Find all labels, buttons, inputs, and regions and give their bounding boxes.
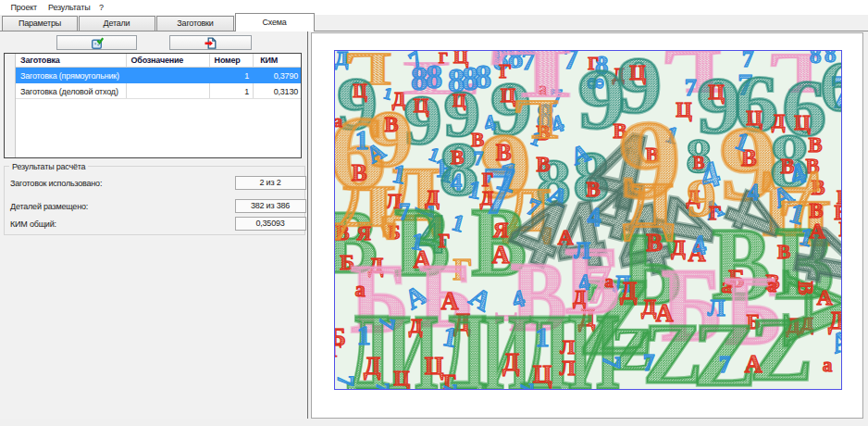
svg-text:1: 1 bbox=[449, 208, 467, 237]
svg-text:В: В bbox=[587, 178, 601, 201]
svg-text:7: 7 bbox=[373, 382, 392, 390]
svg-text:4: 4 bbox=[748, 180, 759, 205]
svg-text:Л: Л bbox=[560, 357, 576, 380]
svg-text:7: 7 bbox=[643, 349, 655, 376]
svg-text:В: В bbox=[794, 282, 817, 295]
svg-text:Д: Д bbox=[335, 50, 349, 69]
svg-text:В: В bbox=[777, 241, 790, 263]
svg-text:А: А bbox=[744, 350, 763, 378]
svg-text:В: В bbox=[809, 133, 823, 157]
svg-text:Ц: Ц bbox=[425, 352, 444, 380]
svg-text:7: 7 bbox=[399, 199, 410, 224]
svg-text:а: а bbox=[767, 275, 776, 295]
svg-text:Ц: Ц bbox=[393, 367, 410, 390]
svg-text:Д: Д bbox=[620, 277, 637, 305]
svg-text:7: 7 bbox=[440, 383, 460, 390]
svg-text:Д: Д bbox=[641, 294, 657, 319]
svg-text:7: 7 bbox=[598, 356, 626, 368]
svg-text:А: А bbox=[809, 219, 825, 243]
svg-text:Г: Г bbox=[513, 88, 559, 149]
svg-text:Ц: Ц bbox=[453, 50, 469, 68]
svg-text:Г: Г bbox=[334, 340, 341, 360]
svg-text:Д: Д bbox=[828, 307, 842, 334]
svg-text:В: В bbox=[385, 113, 399, 136]
svg-text:7: 7 bbox=[685, 74, 697, 101]
svg-text:6: 6 bbox=[820, 50, 842, 125]
svg-text:Ц: Ц bbox=[414, 94, 429, 117]
svg-text:В: В bbox=[471, 129, 484, 151]
svg-text:Г: Г bbox=[499, 60, 511, 82]
svg-text:а: а bbox=[823, 354, 833, 376]
svg-text:Д: Д bbox=[409, 315, 423, 337]
svg-text:7: 7 bbox=[334, 375, 358, 386]
svg-text:Л: Л bbox=[560, 336, 575, 358]
svg-text:Д: Д bbox=[502, 348, 519, 376]
svg-text:Ц: Ц bbox=[453, 91, 466, 110]
svg-text:Ц: Ц bbox=[629, 61, 646, 84]
svg-text:Л: Л bbox=[574, 238, 590, 263]
svg-text:Г: Г bbox=[709, 202, 721, 224]
svg-text:а: а bbox=[334, 111, 342, 131]
svg-text:1: 1 bbox=[536, 321, 550, 353]
svg-text:Г: Г bbox=[482, 169, 493, 190]
svg-text:В: В bbox=[451, 146, 464, 169]
svg-text:Я: Я bbox=[356, 222, 371, 244]
svg-text:Д: Д bbox=[624, 169, 675, 241]
svg-text:В: В bbox=[837, 186, 842, 208]
svg-text:1: 1 bbox=[357, 320, 371, 351]
svg-text:7: 7 bbox=[719, 351, 731, 378]
svg-text:Д: Д bbox=[364, 352, 380, 380]
svg-text:Д: Д bbox=[772, 110, 786, 132]
svg-text:7: 7 bbox=[517, 382, 537, 390]
svg-text:1: 1 bbox=[355, 124, 369, 156]
svg-text:Ц: Ц bbox=[708, 81, 725, 104]
svg-text:Г: Г bbox=[588, 54, 599, 73]
svg-text:а: а bbox=[604, 271, 614, 291]
svg-text:А: А bbox=[557, 225, 574, 249]
svg-text:Д: Д bbox=[573, 287, 586, 308]
svg-text:4: 4 bbox=[451, 169, 462, 194]
